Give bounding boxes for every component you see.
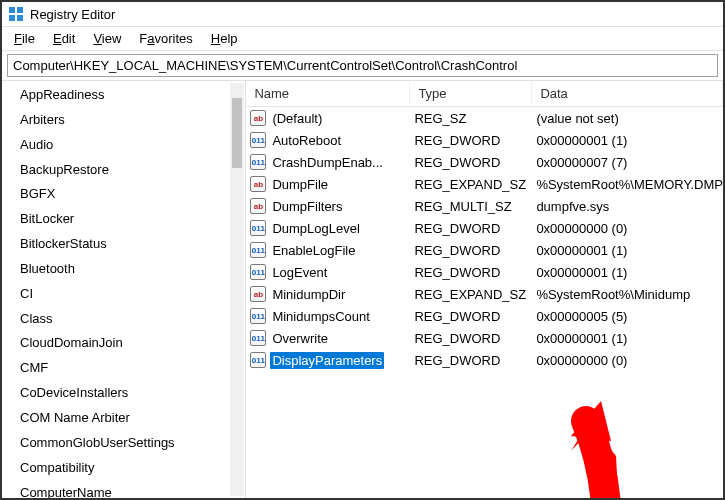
tree-view[interactable]: AppReadinessArbitersAudioBackupRestoreBG… — [2, 81, 246, 498]
binary-value-icon: 011 — [250, 220, 266, 236]
value-name: DumpFile — [270, 176, 330, 193]
tree-item[interactable]: BitlockerStatus — [2, 232, 245, 257]
menu-help[interactable]: Help — [203, 29, 246, 48]
list-row[interactable]: 011OverwriteREG_DWORD0x00000001 (1) — [246, 327, 723, 349]
tree-item[interactable]: AppReadiness — [2, 83, 245, 108]
value-type: REG_DWORD — [410, 243, 532, 258]
tree-item[interactable]: BackupRestore — [2, 158, 245, 183]
list-row[interactable]: 011AutoRebootREG_DWORD0x00000001 (1) — [246, 129, 723, 151]
value-type: REG_DWORD — [410, 221, 532, 236]
binary-value-icon: 011 — [250, 264, 266, 280]
value-type: REG_DWORD — [410, 331, 532, 346]
list-row[interactable]: 011CrashDumpEnab...REG_DWORD0x00000007 (… — [246, 151, 723, 173]
window-title: Registry Editor — [30, 7, 115, 22]
list-row[interactable]: abDumpFiltersREG_MULTI_SZdumpfve.sys — [246, 195, 723, 217]
tree-item[interactable]: Arbiters — [2, 108, 245, 133]
addressbar — [2, 50, 723, 81]
string-value-icon: ab — [250, 198, 266, 214]
value-data: 0x00000001 (1) — [532, 265, 723, 280]
list-row[interactable]: 011EnableLogFileREG_DWORD0x00000001 (1) — [246, 239, 723, 261]
tree-item[interactable]: Compatibility — [2, 456, 245, 481]
svg-rect-2 — [9, 15, 15, 21]
tree-item[interactable]: Class — [2, 307, 245, 332]
binary-value-icon: 011 — [250, 132, 266, 148]
tree-item[interactable]: CMF — [2, 356, 245, 381]
list-body[interactable]: ab(Default)REG_SZ(value not set)011AutoR… — [246, 107, 723, 498]
value-type: REG_EXPAND_SZ — [410, 287, 532, 302]
value-name: MinidumpDir — [270, 286, 347, 303]
list-row[interactable]: abDumpFileREG_EXPAND_SZ%SystemRoot%\MEMO… — [246, 173, 723, 195]
value-data: 0x00000007 (7) — [532, 155, 723, 170]
list-row[interactable]: abMinidumpDirREG_EXPAND_SZ%SystemRoot%\M… — [246, 283, 723, 305]
binary-value-icon: 011 — [250, 308, 266, 324]
value-data: dumpfve.sys — [532, 199, 723, 214]
list-row[interactable]: ab(Default)REG_SZ(value not set) — [246, 107, 723, 129]
list-header[interactable]: Name Type Data — [246, 81, 723, 107]
menu-view[interactable]: View — [85, 29, 129, 48]
tree-item[interactable]: CommonGlobUserSettings — [2, 431, 245, 456]
svg-rect-0 — [9, 7, 15, 13]
binary-value-icon: 011 — [250, 352, 266, 368]
string-value-icon: ab — [250, 286, 266, 302]
tree-item[interactable]: BitLocker — [2, 207, 245, 232]
value-data: 0x00000001 (1) — [532, 133, 723, 148]
tree-item[interactable]: Bluetooth — [2, 257, 245, 282]
list-row[interactable]: 011LogEventREG_DWORD0x00000001 (1) — [246, 261, 723, 283]
tree-scrollbar-thumb[interactable] — [232, 98, 242, 168]
value-data: 0x00000000 (0) — [532, 221, 723, 236]
value-data: (value not set) — [532, 111, 723, 126]
value-data: 0x00000000 (0) — [532, 353, 723, 368]
binary-value-icon: 011 — [250, 154, 266, 170]
menu-file[interactable]: File — [6, 29, 43, 48]
value-type: REG_SZ — [410, 111, 532, 126]
tree-item[interactable]: CI — [2, 282, 245, 307]
titlebar: Registry Editor — [2, 2, 723, 27]
value-data: 0x00000001 (1) — [532, 243, 723, 258]
tree-item[interactable]: ComputerName — [2, 481, 245, 499]
tree-scrollbar[interactable] — [230, 83, 244, 496]
menu-favorites[interactable]: Favorites — [131, 29, 200, 48]
value-type: REG_DWORD — [410, 265, 532, 280]
value-data: 0x00000001 (1) — [532, 331, 723, 346]
menu-edit[interactable]: Edit — [45, 29, 83, 48]
app-icon — [8, 6, 24, 22]
menubar: File Edit View Favorites Help — [2, 27, 723, 50]
value-type: REG_MULTI_SZ — [410, 199, 532, 214]
column-header-type[interactable]: Type — [410, 81, 532, 106]
value-data: %SystemRoot%\Minidump — [532, 287, 723, 302]
value-type: REG_DWORD — [410, 353, 532, 368]
value-data: 0x00000005 (5) — [532, 309, 723, 324]
svg-rect-3 — [17, 15, 23, 21]
column-header-data[interactable]: Data — [532, 81, 723, 106]
list-row[interactable]: 011MinidumpsCountREG_DWORD0x00000005 (5) — [246, 305, 723, 327]
list-row[interactable]: 011DumpLogLevelREG_DWORD0x00000000 (0) — [246, 217, 723, 239]
value-type: REG_EXPAND_SZ — [410, 177, 532, 192]
value-name: Overwrite — [270, 330, 330, 347]
list-row[interactable]: 011DisplayParametersREG_DWORD0x00000000 … — [246, 349, 723, 371]
tree-item[interactable]: CoDeviceInstallers — [2, 381, 245, 406]
tree-item[interactable]: BGFX — [2, 182, 245, 207]
binary-value-icon: 011 — [250, 242, 266, 258]
string-value-icon: ab — [250, 110, 266, 126]
value-name: (Default) — [270, 110, 324, 127]
tree-item[interactable]: COM Name Arbiter — [2, 406, 245, 431]
tree-item[interactable]: CloudDomainJoin — [2, 331, 245, 356]
binary-value-icon: 011 — [250, 330, 266, 346]
value-type: REG_DWORD — [410, 133, 532, 148]
svg-rect-1 — [17, 7, 23, 13]
value-name: EnableLogFile — [270, 242, 357, 259]
main-split: AppReadinessArbitersAudioBackupRestoreBG… — [2, 81, 723, 498]
column-header-name[interactable]: Name — [246, 81, 410, 106]
value-data: %SystemRoot%\MEMORY.DMP — [532, 177, 723, 192]
value-type: REG_DWORD — [410, 309, 532, 324]
value-name: MinidumpsCount — [270, 308, 372, 325]
value-name: DumpFilters — [270, 198, 344, 215]
string-value-icon: ab — [250, 176, 266, 192]
value-name: CrashDumpEnab... — [270, 154, 385, 171]
value-name: LogEvent — [270, 264, 329, 281]
value-name: DumpLogLevel — [270, 220, 361, 237]
address-input[interactable] — [7, 54, 718, 77]
value-name: AutoReboot — [270, 132, 343, 149]
tree-item[interactable]: Audio — [2, 133, 245, 158]
list-view[interactable]: Name Type Data ab(Default)REG_SZ(value n… — [246, 81, 723, 498]
